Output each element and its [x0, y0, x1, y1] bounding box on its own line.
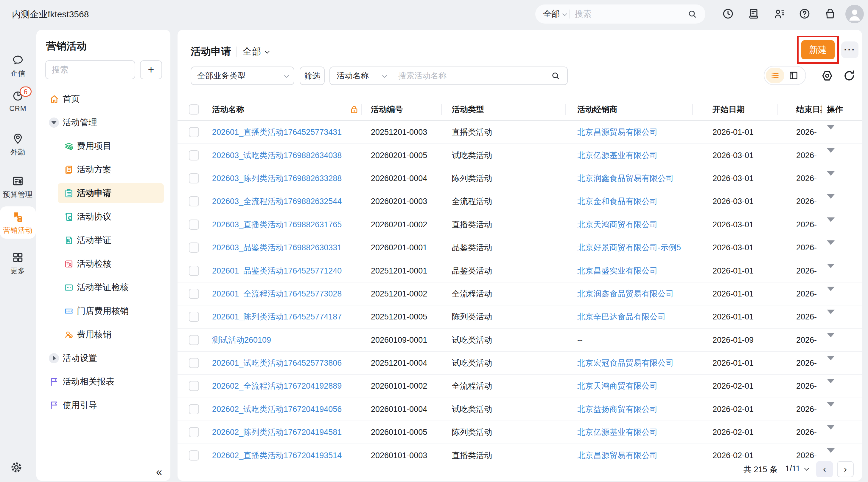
collapse-sidebar-button[interactable]: « [156, 466, 162, 478]
sidebar-item-活动举证检核[interactable]: 活动举证检核 [36, 276, 170, 299]
activity-name-link[interactable]: 202603_品鉴类活动1769882630331 [212, 242, 342, 253]
row-checkbox[interactable] [189, 427, 199, 437]
row-checkbox[interactable] [189, 450, 199, 460]
column-separator[interactable] [692, 104, 693, 115]
activity-dealer-link[interactable]: 北京亿源基业有限公司 [577, 150, 658, 161]
chevron-right-icon[interactable] [49, 353, 59, 363]
view-settings-icon[interactable] [820, 69, 834, 83]
activity-name-link[interactable]: 202602_试吃类活动1767204194056 [212, 404, 342, 415]
row-actions-dropdown[interactable] [827, 176, 835, 181]
row-actions-dropdown[interactable] [827, 199, 835, 204]
sidebar-item-活动设置[interactable]: 活动设置 [36, 346, 170, 370]
page-indicator[interactable]: 1/11 [785, 464, 808, 473]
sidebar-item-费用项目[interactable]: 费用项目 [36, 134, 170, 158]
row-checkbox[interactable] [189, 150, 199, 161]
activity-dealer-link[interactable]: 北京昌源贸易有限公司 [577, 127, 658, 138]
sidebar-search[interactable] [45, 60, 135, 79]
sidebar-item-门店费用核销[interactable]: 门店费用核销 [36, 299, 170, 323]
shopping-bag-icon[interactable] [824, 7, 837, 20]
row-actions-dropdown[interactable] [827, 314, 835, 319]
row-checkbox[interactable] [189, 289, 199, 299]
row-checkbox[interactable] [189, 335, 199, 345]
activity-name-link[interactable]: 202602_陈列类活动1767204194581 [212, 427, 342, 437]
rail-item-waiqin[interactable]: 外勤 [0, 133, 36, 157]
row-actions-dropdown[interactable] [827, 429, 835, 435]
rail-item-more[interactable]: 更多 [0, 251, 36, 276]
view-scope-select[interactable]: 全部 [243, 45, 261, 58]
table-search-input[interactable] [398, 71, 551, 81]
kanban-view-button[interactable] [784, 68, 803, 83]
row-checkbox[interactable] [189, 173, 199, 183]
row-actions-dropdown[interactable] [827, 453, 835, 458]
row-actions-dropdown[interactable] [827, 153, 835, 158]
sidebar-item-活动管理[interactable]: 活动管理 [36, 111, 170, 134]
row-actions-dropdown[interactable] [827, 222, 835, 227]
row-checkbox[interactable] [189, 196, 199, 206]
more-actions-button[interactable]: ··· [841, 41, 859, 58]
activity-dealer-link[interactable]: 北京好景商贸有限公司-示例5 [577, 242, 681, 253]
activity-name-link[interactable]: 202601_陈列类活动1764525774187 [212, 311, 342, 322]
list-view-button[interactable] [766, 68, 784, 83]
row-checkbox[interactable] [189, 266, 199, 276]
prev-page-button[interactable]: ‹ [816, 461, 833, 477]
row-checkbox[interactable] [189, 243, 199, 253]
activity-name-link[interactable]: 202603_试吃类活动1769882634038 [212, 150, 342, 161]
avatar[interactable] [845, 5, 864, 23]
row-actions-dropdown[interactable] [827, 268, 835, 274]
sidebar-item-费用核销[interactable]: 费用核销 [36, 323, 170, 346]
activity-dealer-link[interactable]: 北京亿源基业有限公司 [577, 427, 658, 437]
column-separator[interactable] [361, 104, 362, 115]
column-separator[interactable] [822, 104, 822, 115]
row-checkbox[interactable] [189, 358, 199, 368]
activity-dealer-link[interactable]: 北京宏冠食品贸易有限公司 [577, 358, 674, 368]
search-scope-select[interactable]: 全部 [543, 8, 560, 20]
row-actions-dropdown[interactable] [827, 130, 835, 135]
rail-item-budget[interactable]: 预算管理 [0, 175, 36, 199]
row-checkbox[interactable] [189, 381, 199, 391]
sidebar-item-使用引导[interactable]: 使用引导 [36, 393, 170, 417]
col-start-date[interactable]: 开始日期 [713, 104, 745, 115]
sidebar-item-活动检核[interactable]: 活动检核 [36, 252, 170, 276]
col-activity-type[interactable]: 活动类型 [452, 104, 484, 115]
row-actions-dropdown[interactable] [827, 383, 835, 389]
refresh-icon[interactable] [842, 69, 856, 83]
rail-item-marketing[interactable]: 营销活动 [0, 206, 36, 238]
help-icon[interactable] [798, 7, 811, 20]
sidebar-search-input[interactable] [52, 65, 129, 75]
activity-name-link[interactable]: 202603_直播类活动1769882631765 [212, 219, 342, 230]
notice-board-icon[interactable] [747, 7, 760, 20]
activity-name-link[interactable]: 202601_品鉴类活动1764525771240 [212, 265, 342, 276]
activity-dealer-link[interactable]: 北京昌盛实业有限公司 [577, 265, 658, 276]
col-end-date[interactable]: 结束日期 [796, 104, 822, 115]
rail-item-crm[interactable]: 6 CRM [0, 89, 36, 113]
activity-name-link[interactable]: 202603_陈列类活动1769882633288 [212, 173, 342, 184]
search-field-select[interactable]: 活动名称 [337, 70, 369, 81]
sidebar-item-活动相关报表[interactable]: 活动相关报表 [36, 370, 170, 393]
next-page-button[interactable]: › [837, 461, 854, 477]
column-separator[interactable] [565, 104, 566, 115]
activity-name-link[interactable]: 202601_直播类活动1764525773431 [212, 127, 342, 138]
biz-type-select[interactable]: 全部业务类型 [191, 66, 294, 85]
row-actions-dropdown[interactable] [827, 245, 835, 250]
col-activity-name[interactable]: 活动名称 [212, 104, 244, 115]
activity-dealer-link[interactable]: 北京辛巴达食品有限公司 [577, 311, 666, 322]
contacts-icon[interactable] [773, 7, 786, 20]
activity-name-link[interactable]: 202602_全流程活动1767204192889 [212, 380, 342, 391]
col-activity-dealer[interactable]: 活动经销商 [577, 104, 618, 115]
activity-name-link[interactable]: 202603_全流程活动1769882632544 [212, 196, 342, 207]
history-clock-icon[interactable] [721, 7, 735, 20]
row-checkbox[interactable] [189, 312, 199, 322]
sidebar-item-活动协议[interactable]: 活动协议 [36, 205, 170, 228]
row-actions-dropdown[interactable] [827, 406, 835, 412]
filter-button[interactable]: 筛选 [300, 66, 325, 85]
settings-gear-icon[interactable] [9, 460, 23, 474]
row-actions-dropdown[interactable] [827, 337, 835, 343]
select-all-checkbox[interactable] [189, 104, 199, 115]
column-separator[interactable] [441, 104, 442, 115]
activity-dealer-link[interactable]: 北京昌源贸易有限公司 [577, 450, 658, 461]
new-button[interactable]: 新建 [801, 40, 835, 59]
table-search[interactable]: 活动名称 [330, 66, 568, 85]
row-checkbox[interactable] [189, 127, 199, 137]
activity-name-link[interactable]: 202601_试吃类活动1764525773806 [212, 358, 342, 368]
chevron-down-icon[interactable] [49, 117, 59, 127]
